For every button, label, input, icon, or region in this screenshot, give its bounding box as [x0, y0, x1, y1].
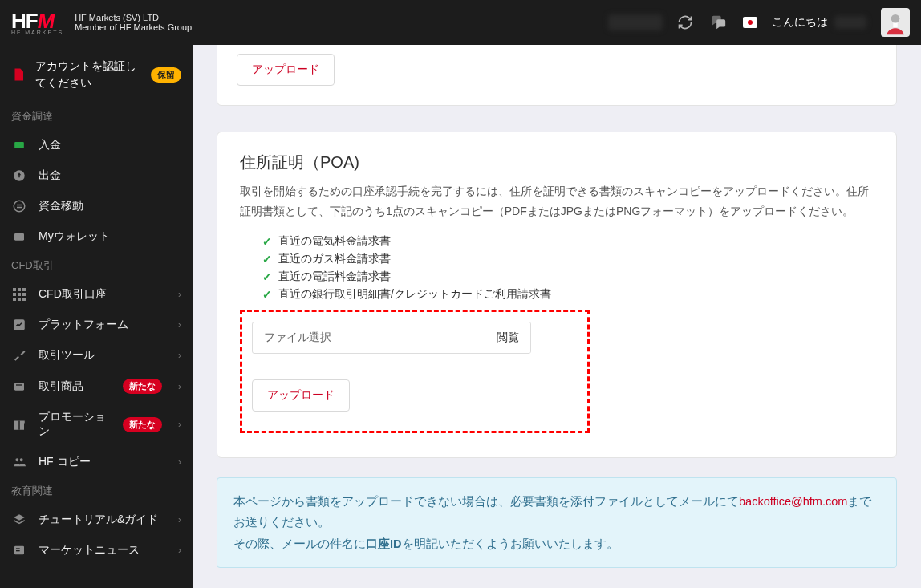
nav-transfer[interactable]: 資金移動 — [0, 191, 193, 221]
deposit-icon — [11, 140, 27, 151]
upload-highlight-box: ファイル選択 閲覧 アップロード — [240, 310, 590, 433]
check-icon: ✓ — [262, 235, 272, 248]
upload-button-poa[interactable]: アップロード — [252, 379, 350, 412]
nav-products[interactable]: 取引商品 新たな › — [0, 371, 193, 402]
wallet-icon — [11, 230, 27, 243]
chevron-right-icon: › — [178, 319, 181, 330]
nav-withdraw[interactable]: 出金 — [0, 160, 193, 191]
section-cfd: CFD取引 — [0, 252, 193, 279]
nav-tutorials-label: チュートリアル&ガイド — [39, 513, 167, 527]
transfer-icon — [11, 199, 27, 213]
check-icon: ✓ — [262, 288, 272, 301]
chart-icon — [11, 318, 27, 332]
verify-account-item[interactable]: アカウントを認証してください 保留 — [0, 50, 193, 103]
nav-wallet[interactable]: Myウォレット — [0, 221, 193, 252]
file-selector[interactable]: ファイル選択 閲覧 — [252, 322, 531, 354]
nav-tools[interactable]: 取引ツール › — [0, 340, 193, 371]
chevron-right-icon: › — [178, 514, 181, 525]
chevron-right-icon: › — [178, 545, 181, 556]
username — [834, 16, 866, 29]
nav-wallet-label: Myウォレット — [39, 229, 181, 244]
poa-description: 取引を開始するための口座承認手続を完了するには、住所を証明できる書類のスキャンコ… — [240, 181, 874, 221]
check-item-2: 直近の電話料金請求書 — [278, 270, 391, 284]
svg-rect-7 — [14, 383, 24, 390]
document-icon — [11, 66, 26, 83]
svg-rect-11 — [18, 421, 20, 430]
upload-button-top[interactable]: アップロード — [237, 54, 335, 86]
nav-transfer-label: 資金移動 — [39, 199, 181, 213]
nav-platform[interactable]: プラットフォーム › — [0, 310, 193, 340]
file-input[interactable]: ファイル選択 — [253, 322, 485, 353]
nav-news-label: マーケットニュース — [39, 543, 167, 558]
check-icon: ✓ — [262, 270, 272, 283]
chat-icon[interactable] — [708, 14, 728, 31]
new-badge: 新たな — [123, 417, 162, 432]
svg-rect-8 — [16, 384, 22, 385]
chevron-right-icon: › — [178, 381, 181, 392]
chevron-right-icon: › — [178, 456, 181, 468]
language-flag-jp-icon[interactable] — [743, 17, 757, 28]
upload-card-top: アップロード — [217, 45, 897, 106]
info-pre: 本ページから書類をアップロードできない場合は、必要書類を添付ファイルとしてメール… — [233, 495, 739, 508]
user-avatar[interactable] — [881, 8, 910, 37]
poa-card: 住所証明（POA) 取引を開始するための口座承認手続を完了するには、住所を証明で… — [217, 132, 897, 458]
svg-rect-2 — [14, 142, 24, 148]
svg-rect-15 — [16, 548, 20, 549]
svg-rect-16 — [16, 550, 20, 551]
svg-rect-1 — [893, 23, 897, 27]
nav-promotion-label: プロモーション — [39, 410, 112, 439]
svg-point-0 — [891, 14, 900, 23]
nav-news[interactable]: マーケットニュース › — [0, 535, 193, 566]
nav-products-label: 取引商品 — [39, 379, 112, 394]
svg-point-12 — [15, 458, 18, 461]
check-item-1: 直近のガス料金請求書 — [278, 252, 391, 266]
info-bold: 口座ID — [366, 537, 402, 550]
info-line2b: を明記いただくようお願いいたします。 — [402, 537, 619, 550]
account-balance — [608, 14, 663, 30]
support-email-link[interactable]: backoffice@hfm.com — [739, 495, 847, 508]
greeting: こんにちは — [772, 15, 828, 30]
brand-logo-icon: HFM — [11, 10, 63, 31]
company-line2: Member of HF Markets Group — [75, 22, 192, 32]
browse-button[interactable]: 閲覧 — [485, 322, 530, 353]
info-line2a: その際、メールの件名に — [233, 537, 366, 550]
nav-promotion[interactable]: プロモーション 新たな › — [0, 402, 193, 447]
nav-tools-label: 取引ツール — [39, 348, 167, 363]
layers-icon — [11, 513, 27, 527]
section-funding: 資金調達 — [0, 103, 193, 130]
nav-deposit-label: 入金 — [39, 138, 181, 152]
nav-platform-label: プラットフォーム — [39, 318, 167, 332]
nav-cfd-accounts[interactable]: CFD取引口座 › — [0, 279, 193, 310]
chevron-right-icon: › — [178, 350, 181, 361]
people-icon — [11, 456, 27, 468]
status-badge: 保留 — [151, 67, 181, 83]
svg-point-13 — [20, 458, 23, 461]
new-badge: 新たな — [123, 379, 162, 394]
svg-rect-5 — [14, 233, 24, 241]
nav-tutorials[interactable]: チュートリアル&ガイド › — [0, 505, 193, 535]
section-education: 教育関連 — [0, 477, 193, 505]
chevron-right-icon: › — [178, 289, 181, 300]
nav-deposit[interactable]: 入金 — [0, 130, 193, 160]
chevron-right-icon: › — [178, 419, 181, 430]
company-line1: HF Markets (SV) LTD — [75, 13, 192, 22]
svg-point-4 — [14, 201, 25, 212]
verify-text: アカウントを認証してください — [35, 58, 141, 91]
poa-title: 住所証明（POA) — [240, 152, 874, 173]
nav-withdraw-label: 出金 — [39, 168, 181, 183]
grid-icon — [11, 288, 27, 301]
tools-icon — [11, 348, 27, 363]
check-item-0: 直近の電気料金請求書 — [278, 234, 391, 249]
products-icon — [11, 380, 27, 393]
check-icon: ✓ — [262, 253, 272, 266]
info-banner: 本ページから書類をアップロードできない場合は、必要書類を添付ファイルとしてメール… — [217, 477, 897, 567]
check-item-3: 直近の銀行取引明細書/クレジットカードご利用請求書 — [278, 287, 551, 302]
nav-hfcopy-label: HF コピー — [39, 455, 167, 469]
withdraw-icon — [11, 168, 27, 183]
gift-icon — [11, 417, 27, 432]
nav-accounts-label: CFD取引口座 — [39, 287, 167, 302]
news-icon — [11, 544, 27, 557]
nav-hfcopy[interactable]: HF コピー › — [0, 447, 193, 477]
refresh-icon[interactable] — [677, 14, 693, 30]
